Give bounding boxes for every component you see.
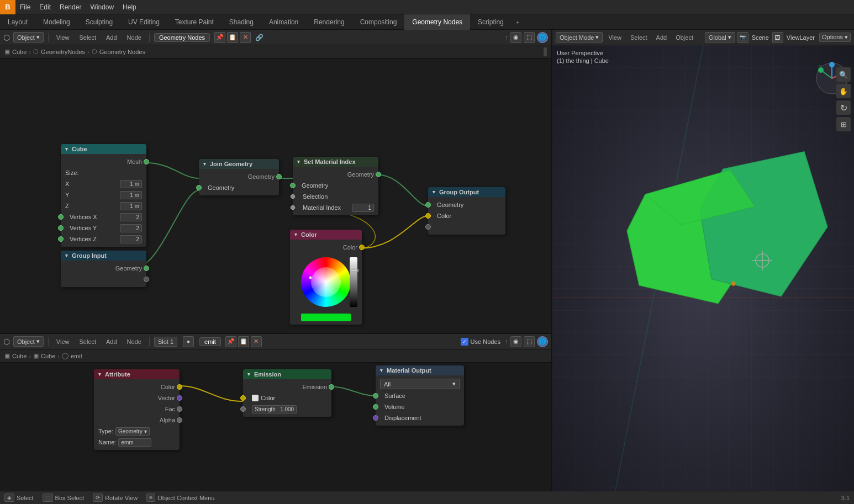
group-input-header[interactable]: ▾ Group Input bbox=[61, 251, 146, 261]
up-icon[interactable]: ↑ bbox=[505, 34, 508, 41]
attr-type-row[interactable]: Type: Geometry ▾ bbox=[94, 426, 180, 437]
node-tree-name[interactable]: Geometry Nodes bbox=[154, 33, 210, 42]
global-dropdown[interactable]: Global ▾ bbox=[705, 32, 735, 43]
mat-new-button[interactable]: 📋 bbox=[238, 336, 249, 347]
slot-dropdown[interactable]: Slot 1 bbox=[154, 337, 177, 347]
tab-rendering[interactable]: Rendering bbox=[306, 14, 352, 30]
emission-color-socket[interactable] bbox=[240, 395, 246, 401]
pin-button[interactable]: 📌 bbox=[214, 32, 225, 43]
mat-select-menu[interactable]: Select bbox=[76, 337, 99, 346]
mat-pin-button[interactable]: 📌 bbox=[225, 336, 236, 347]
breadcrumb-geo-nodes[interactable]: GeometryNodes bbox=[41, 49, 85, 55]
tab-uv-editing[interactable]: UV Editing bbox=[120, 14, 167, 30]
collapse-chevron[interactable]: ▾ bbox=[380, 368, 383, 373]
mat-close-button[interactable]: ✕ bbox=[251, 336, 262, 347]
overlay-icon[interactable]: ⬚ bbox=[524, 32, 535, 43]
fake-user-icon[interactable]: 🔗 bbox=[255, 34, 263, 41]
mat-render-icon[interactable]: ◉ bbox=[510, 336, 521, 347]
join-geometry-header[interactable]: ▾ Join Geometry bbox=[199, 159, 279, 169]
mat-target-dropdown[interactable]: All ▾ bbox=[380, 379, 460, 389]
vx-input[interactable]: 2 bbox=[120, 213, 142, 221]
go-color-socket-in[interactable] bbox=[425, 213, 431, 219]
new-node-button[interactable]: 📋 bbox=[227, 32, 238, 43]
go-geo-socket-in[interactable] bbox=[425, 202, 431, 208]
breadcrumb-cube[interactable]: Cube bbox=[12, 49, 27, 55]
render-icon[interactable]: ◉ bbox=[510, 32, 521, 43]
collapse-chevron[interactable]: ▾ bbox=[98, 372, 101, 377]
color-out-socket[interactable] bbox=[359, 245, 365, 250]
attr-vector-socket[interactable] bbox=[177, 395, 182, 401]
menu-file[interactable]: File bbox=[15, 0, 35, 14]
x-input[interactable]: 1 m bbox=[120, 180, 142, 188]
menu-help[interactable]: Help bbox=[118, 0, 141, 14]
tab-geometry-nodes[interactable]: Geometry Nodes bbox=[404, 14, 470, 30]
attr-fac-socket[interactable] bbox=[177, 406, 182, 412]
set-mat-header[interactable]: ▾ Set Material Index bbox=[293, 157, 378, 167]
mat-view-menu[interactable]: View bbox=[53, 337, 73, 346]
color-node-header[interactable]: ▾ Color bbox=[290, 230, 362, 240]
tab-animation[interactable]: Animation bbox=[261, 14, 306, 30]
displacement-socket-in[interactable] bbox=[373, 415, 378, 421]
view-btn[interactable]: View bbox=[605, 33, 625, 42]
x-row[interactable]: X 1 m bbox=[61, 178, 146, 189]
vy-row[interactable]: Vertices Y 2 bbox=[61, 222, 146, 234]
color-wheel-area[interactable] bbox=[290, 253, 362, 311]
add-workspace-button[interactable]: + bbox=[512, 19, 524, 25]
mat-output-header[interactable]: ▾ Material Output bbox=[376, 365, 464, 375]
emission-strength-row[interactable]: Strength 1.000 bbox=[243, 404, 331, 415]
blender-logo[interactable]: B bbox=[0, 0, 15, 14]
rotate-tool[interactable]: ↻ bbox=[836, 100, 851, 115]
collapse-chevron[interactable]: ▾ bbox=[297, 159, 300, 165]
3d-viewport[interactable]: Object Mode ▾ View Select Add Object Glo… bbox=[552, 30, 854, 504]
vp-layer-icon[interactable]: 🖼 bbox=[772, 32, 783, 43]
emission-color-swatch[interactable] bbox=[252, 395, 259, 401]
mat-sphere-icon[interactable]: ● bbox=[183, 336, 194, 347]
node-menu[interactable]: Node bbox=[124, 33, 145, 42]
mat-nodes-canvas[interactable]: ▾ Attribute Color Vector Fac bbox=[0, 363, 551, 504]
z-input[interactable]: 1 m bbox=[120, 202, 142, 210]
geo-in-socket[interactable] bbox=[196, 185, 202, 190]
vz-row[interactable]: Vertices Z 2 bbox=[61, 234, 146, 245]
options-button[interactable]: Options ▾ bbox=[819, 33, 851, 42]
mat-all-row[interactable]: All ▾ bbox=[376, 378, 464, 390]
collapse-chevron[interactable]: ▾ bbox=[433, 189, 435, 195]
mat-name-display[interactable]: emit bbox=[199, 337, 221, 346]
attr-name-input[interactable] bbox=[118, 438, 151, 447]
tab-sculpting[interactable]: Sculpting bbox=[78, 14, 120, 30]
object-mode-dropdown[interactable]: Object Mode ▾ bbox=[556, 32, 603, 43]
y-input[interactable]: 1 m bbox=[120, 191, 142, 199]
geo-editor-type-icon[interactable]: ⬡ bbox=[3, 33, 10, 42]
emission-strength-input[interactable]: Strength 1.000 bbox=[252, 405, 297, 413]
collapse-chevron[interactable]: ▾ bbox=[294, 232, 297, 237]
attr-color-socket[interactable] bbox=[177, 384, 182, 390]
volume-socket-in[interactable] bbox=[373, 404, 378, 410]
collapse-chevron[interactable]: ▾ bbox=[65, 253, 68, 258]
smi-matidx-row[interactable]: Material Index 1 bbox=[293, 202, 378, 213]
viewport-icon[interactable]: 🌐 bbox=[537, 32, 548, 43]
vx-row[interactable]: Vertices X 2 bbox=[61, 211, 146, 222]
collapse-chevron[interactable]: ▾ bbox=[247, 372, 250, 377]
collapse-chevron[interactable]: ▾ bbox=[203, 161, 206, 167]
z-row[interactable]: Z 1 m bbox=[61, 200, 146, 211]
mat-editor-type-dropdown[interactable]: Object ▾ bbox=[13, 336, 44, 347]
menu-window[interactable]: Window bbox=[86, 0, 118, 14]
tab-shading[interactable]: Shading bbox=[222, 14, 261, 30]
tab-texture-paint[interactable]: Texture Paint bbox=[167, 14, 222, 30]
selection-socket-in[interactable] bbox=[289, 193, 296, 199]
mat-node-menu[interactable]: Node bbox=[124, 337, 145, 346]
use-nodes-checkbox[interactable]: ✓ bbox=[461, 338, 468, 346]
brightness-bar[interactable] bbox=[350, 257, 357, 307]
mat-up-icon[interactable]: ↑ bbox=[505, 338, 508, 346]
object-btn[interactable]: Object bbox=[672, 33, 697, 42]
mat-bc-emit[interactable]: emit bbox=[71, 353, 82, 359]
color-wheel[interactable] bbox=[301, 257, 351, 307]
mat-idx-socket-in[interactable] bbox=[289, 204, 296, 210]
attr-type-dropdown[interactable]: Geometry ▾ bbox=[115, 427, 150, 436]
tab-compositing[interactable]: Compositing bbox=[352, 14, 405, 30]
view-menu[interactable]: View bbox=[53, 33, 73, 42]
mat-overlay-icon[interactable]: ⬚ bbox=[524, 336, 535, 347]
vx-socket-in[interactable] bbox=[58, 214, 64, 220]
pan-tool[interactable]: ✋ bbox=[836, 84, 851, 98]
select-menu[interactable]: Select bbox=[76, 33, 99, 42]
group-output-header[interactable]: ▾ Group Output bbox=[428, 187, 505, 197]
